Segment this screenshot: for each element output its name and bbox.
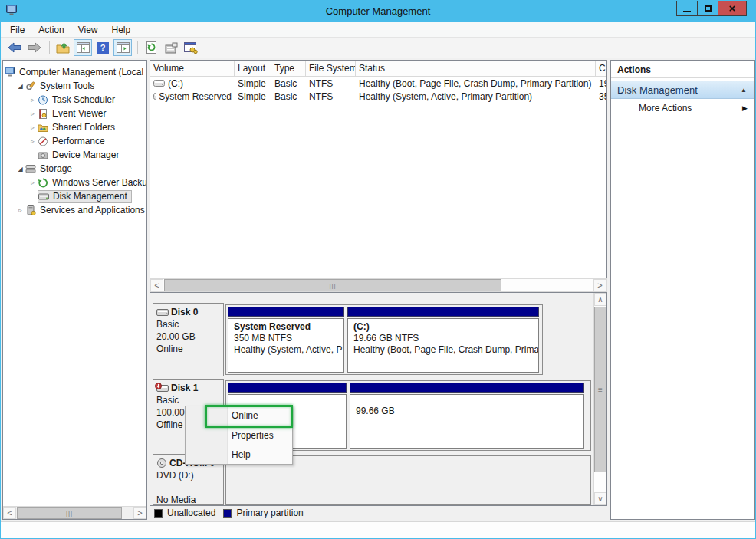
maximize-button[interactable] [698,1,718,16]
volume-row-c[interactable]: (C:) Simple Basic NTFS Healthy (Boot, Pa… [150,77,606,90]
expander-collapsed-icon[interactable]: ▹ [28,137,38,145]
refresh-icon[interactable] [142,39,160,56]
volume-status: Healthy (Boot, Page File, Crash Dump, Pr… [356,78,596,89]
submenu-arrow-icon: ▶ [742,104,748,112]
expander-expanded-icon[interactable]: ◢ [15,166,25,173]
tree-item-shared-folders[interactable]: ▹ Shared Folders [3,120,146,134]
column-header-status[interactable]: Status [356,61,596,76]
tree-item-device-manager[interactable]: Device Manager [3,148,146,162]
tree-item-label: Disk Management [51,191,130,202]
tree-item-windows-server-backup[interactable]: ▹ Windows Server Backup [3,176,146,189]
context-menu-properties[interactable]: Properties [186,426,292,445]
tree-item-label: Shared Folders [50,122,117,133]
volume-type: Basic [271,91,306,102]
disk-status: Online [156,343,220,355]
volume-fs: NTFS [306,91,356,102]
disk-management-icon [38,192,51,202]
legend-label: Primary partition [236,508,303,518]
unallocated-swatch [154,509,163,518]
drive-icon [153,80,165,87]
scroll-up-icon[interactable]: ∧ [594,293,606,306]
volume-horizontal-scrollbar[interactable]: < ||| > [150,278,607,292]
expander-collapsed-icon[interactable]: ▹ [28,110,38,117]
forward-icon[interactable] [25,39,44,56]
shared-folders-icon [38,123,50,133]
services-and-applications-icon [25,205,38,215]
computer-management-window: Computer Management × File Action View H… [0,0,756,539]
help-icon[interactable]: ? [94,39,112,56]
up-level-icon[interactable] [54,39,72,56]
disk-type: DVD (D:) [156,469,220,481]
scrollbar-thumb[interactable]: ||| [164,279,501,291]
column-header-layout[interactable]: Layout [235,61,271,76]
context-menu-help[interactable]: Help [186,445,292,464]
storage-icon [25,164,38,174]
collapse-icon[interactable]: ▲ [741,87,747,94]
toolbar-separator [137,41,138,54]
manage-icon[interactable] [182,39,200,56]
column-header-type[interactable]: Type [271,61,306,76]
actions-title: Actions [611,61,754,78]
actions-group-disk-management[interactable]: Disk Management ▲ [611,81,754,99]
scroll-left-icon[interactable]: < [150,279,163,291]
more-actions-item[interactable]: More Actions ▶ [611,99,754,117]
expander-collapsed-icon[interactable]: ▹ [28,96,38,104]
menu-action[interactable]: Action [31,23,71,37]
disk-graphical-pane: Disk 0 Basic 20.00 GB Online System Rese… [150,292,607,506]
partition-disk1-second[interactable]: 99.66 GB [350,383,584,449]
disk-vertical-scrollbar[interactable]: ∧ ≡ ∨ [593,293,606,505]
tree-item-performance[interactable]: ▹ Performance [3,134,146,148]
action-pane-toggle-icon[interactable] [113,39,132,56]
tree-item-label: Event Viewer [50,108,108,119]
primary-partition-band [350,383,584,393]
legend-label: Unallocated [167,508,215,518]
close-button[interactable]: × [718,1,747,16]
column-header-volume[interactable]: Volume [150,61,235,76]
minimize-button[interactable] [676,1,698,16]
back-icon[interactable] [5,39,24,56]
maximize-icon [705,5,712,12]
column-header-capacity[interactable]: C [596,61,607,76]
tree-item-services-and-applications[interactable]: ▹ Services and Applications [3,203,146,217]
tree-item-disk-management[interactable]: Disk Management [3,189,146,203]
menu-bar: File Action View Help [1,22,755,38]
menu-help[interactable]: Help [105,23,138,37]
title-bar[interactable]: Computer Management × [1,1,755,22]
primary-partition-band [347,307,539,317]
disk-type: Basic [156,318,220,330]
scroll-right-icon[interactable]: > [593,279,606,291]
tree-item-label: Services and Applications [38,205,146,215]
scroll-right-icon[interactable]: > [133,507,146,519]
expander-expanded-icon[interactable]: ◢ [15,83,25,90]
statusbar-divider [689,524,689,537]
close-icon: × [729,2,736,15]
tree-item-event-viewer[interactable]: ▹ Event Viewer [3,107,146,120]
expander-collapsed-icon[interactable]: ▹ [28,179,38,186]
expander-collapsed-icon[interactable]: ▹ [15,206,25,214]
properties-icon[interactable] [162,39,180,56]
tree-horizontal-scrollbar[interactable]: < ||| > [3,506,146,519]
partition-system-reserved[interactable]: System Reserved 350 MB NTFS Healthy (Sys… [228,307,344,373]
console-tree-toggle-icon[interactable] [74,39,92,56]
scroll-left-icon[interactable]: < [3,507,16,519]
tree-item-computer-management[interactable]: Computer Management (Local [3,65,146,79]
volume-type: Basic [271,78,306,89]
scrollbar-thumb[interactable]: ≡ [594,307,606,472]
tree-item-storage[interactable]: ◢ Storage [3,162,146,176]
toolbar-separator [49,41,50,54]
volume-row-system-reserved[interactable]: System Reserved Simple Basic NTFS Health… [150,90,606,103]
disk-0-label[interactable]: Disk 0 Basic 20.00 GB Online [153,303,224,376]
tree-item-label: Windows Server Backup [50,177,146,188]
scrollbar-thumb[interactable]: ||| [17,507,122,519]
disk-status: No Media [156,494,220,505]
volume-capacity: 19 [596,78,607,89]
expander-collapsed-icon[interactable]: ▹ [28,123,38,131]
tree-item-task-scheduler[interactable]: ▹ Task Scheduler [3,93,146,107]
disk-0-partitions: System Reserved 350 MB NTFS Healthy (Sys… [225,304,543,375]
scroll-down-icon[interactable]: ∨ [594,492,606,505]
menu-view[interactable]: View [71,23,105,37]
tree-item-system-tools[interactable]: ◢ System Tools [3,79,146,93]
partition-c[interactable]: (C:) 19.66 GB NTFS Healthy (Boot, Page F… [347,307,539,373]
column-header-file-system[interactable]: File System [306,61,356,76]
menu-file[interactable]: File [3,23,31,37]
